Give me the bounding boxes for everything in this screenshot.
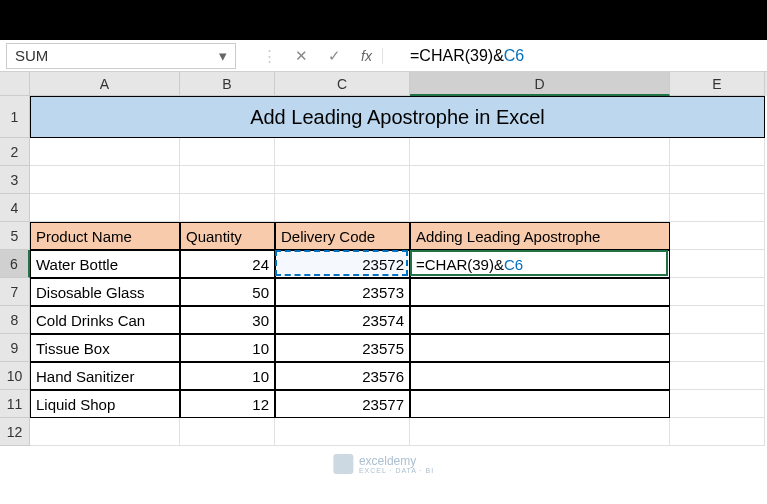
qty-cell[interactable]: 10 — [180, 334, 275, 362]
qty-cell[interactable]: 10 — [180, 362, 275, 390]
chevron-down-icon[interactable]: ▾ — [215, 48, 231, 64]
cell-text: Disosable Glass — [36, 284, 144, 301]
cell-text: 50 — [252, 284, 269, 301]
cell[interactable] — [670, 390, 765, 418]
cell[interactable] — [30, 418, 180, 446]
cell[interactable] — [410, 166, 670, 194]
col-header-D[interactable]: D — [410, 72, 670, 96]
cell-text: 24 — [252, 256, 269, 273]
cell[interactable] — [30, 166, 180, 194]
title-cell[interactable]: Add Leading Apostrophe in Excel — [30, 96, 765, 138]
cell[interactable] — [670, 222, 765, 250]
col-header-A[interactable]: A — [30, 72, 180, 96]
cell-text: Hand Sanitizer — [36, 368, 134, 385]
cell-text: 23574 — [362, 312, 404, 329]
header-text: Adding Leading Apostrophe — [416, 228, 600, 245]
product-cell[interactable]: Disosable Glass — [30, 278, 180, 306]
qty-cell[interactable]: 30 — [180, 306, 275, 334]
separator-icon: ⋮ — [262, 47, 275, 65]
cell[interactable] — [180, 166, 275, 194]
cell[interactable] — [275, 138, 410, 166]
cell[interactable] — [670, 194, 765, 222]
qty-cell[interactable]: 24 — [180, 250, 275, 278]
row-header-2[interactable]: 2 — [0, 138, 30, 166]
product-cell[interactable]: Tissue Box — [30, 334, 180, 362]
cell[interactable] — [410, 138, 670, 166]
grid-area: ABCDE 123456789101112 Add Leading Apostr… — [0, 72, 767, 504]
col-header-B[interactable]: B — [180, 72, 275, 96]
cell[interactable] — [180, 194, 275, 222]
cell-text: Cold Drinks Can — [36, 312, 145, 329]
code-cell[interactable]: 23575 — [275, 334, 410, 362]
enter-icon[interactable]: ✓ — [328, 47, 341, 65]
formula-input[interactable]: =CHAR(39)&C6 — [402, 47, 767, 65]
cancel-icon[interactable]: ✕ — [295, 47, 308, 65]
cell[interactable] — [275, 418, 410, 446]
cell-text: 12 — [252, 396, 269, 413]
cell[interactable] — [275, 194, 410, 222]
code-cell[interactable]: 23577 — [275, 390, 410, 418]
row-header-12[interactable]: 12 — [0, 418, 30, 446]
cell[interactable] — [670, 138, 765, 166]
cell-formula: =CHAR(39)&C6 — [416, 256, 523, 273]
name-box-value: SUM — [15, 47, 48, 64]
row-header-5[interactable]: 5 — [0, 222, 30, 250]
header-cell[interactable]: Delivery Code — [275, 222, 410, 250]
col-header-C[interactable]: C — [275, 72, 410, 96]
cell[interactable] — [30, 138, 180, 166]
header-cell[interactable]: Product Name — [30, 222, 180, 250]
result-cell[interactable] — [410, 390, 670, 418]
cell[interactable] — [180, 138, 275, 166]
cell-text: 10 — [252, 340, 269, 357]
cell[interactable] — [670, 250, 765, 278]
cell[interactable] — [670, 306, 765, 334]
editing-cell[interactable]: =CHAR(39)&C6 — [410, 250, 670, 278]
cell[interactable] — [180, 418, 275, 446]
product-cell[interactable]: Cold Drinks Can — [30, 306, 180, 334]
cell-text: Tissue Box — [36, 340, 110, 357]
cell[interactable] — [410, 194, 670, 222]
name-box[interactable]: SUM ▾ — [6, 43, 236, 69]
formula-text: =CHAR(39)& — [410, 47, 504, 64]
cell-text: 23572 — [362, 256, 404, 273]
cell[interactable] — [670, 334, 765, 362]
result-cell[interactable] — [410, 306, 670, 334]
cell[interactable] — [670, 418, 765, 446]
row-header-9[interactable]: 9 — [0, 334, 30, 362]
row-header-4[interactable]: 4 — [0, 194, 30, 222]
row-header-11[interactable]: 11 — [0, 390, 30, 418]
select-all-corner[interactable] — [0, 72, 30, 96]
cell[interactable] — [275, 166, 410, 194]
fx-icon[interactable]: fx — [361, 48, 383, 64]
header-cell[interactable]: Adding Leading Apostrophe — [410, 222, 670, 250]
row-header-7[interactable]: 7 — [0, 278, 30, 306]
result-cell[interactable] — [410, 278, 670, 306]
qty-cell[interactable]: 50 — [180, 278, 275, 306]
row-header-3[interactable]: 3 — [0, 166, 30, 194]
row-header-8[interactable]: 8 — [0, 306, 30, 334]
product-cell[interactable]: Water Bottle — [30, 250, 180, 278]
column-headers: ABCDE — [30, 72, 767, 96]
cell[interactable] — [30, 194, 180, 222]
col-header-E[interactable]: E — [670, 72, 765, 96]
row-header-6[interactable]: 6 — [0, 250, 30, 278]
code-cell[interactable]: 23572 — [275, 250, 410, 278]
row-header-1[interactable]: 1 — [0, 96, 30, 138]
result-cell[interactable] — [410, 334, 670, 362]
cell[interactable] — [670, 362, 765, 390]
cell[interactable] — [410, 418, 670, 446]
cell[interactable] — [670, 278, 765, 306]
cell[interactable] — [670, 166, 765, 194]
header-cell[interactable]: Quantity — [180, 222, 275, 250]
formula-bar: SUM ▾ ⋮ ✕ ✓ fx =CHAR(39)&C6 — [0, 40, 767, 72]
row-header-10[interactable]: 10 — [0, 362, 30, 390]
code-cell[interactable]: 23573 — [275, 278, 410, 306]
product-cell[interactable]: Hand Sanitizer — [30, 362, 180, 390]
result-cell[interactable] — [410, 362, 670, 390]
code-cell[interactable]: 23574 — [275, 306, 410, 334]
code-cell[interactable]: 23576 — [275, 362, 410, 390]
cells-area[interactable]: Add Leading Apostrophe in ExcelProduct N… — [30, 96, 767, 504]
cell-text: Water Bottle — [36, 256, 118, 273]
product-cell[interactable]: Liquid Shop — [30, 390, 180, 418]
qty-cell[interactable]: 12 — [180, 390, 275, 418]
